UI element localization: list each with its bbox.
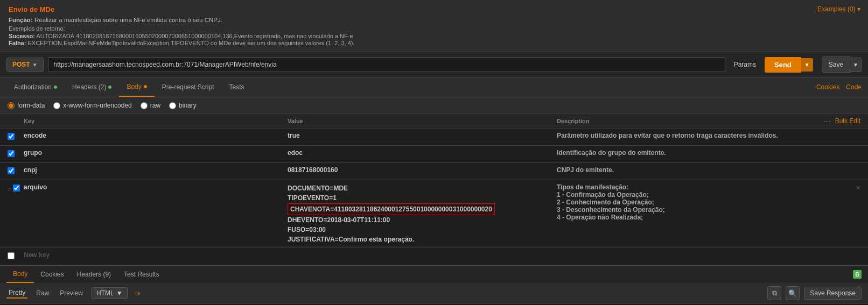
copy-icon[interactable]: ⧉ — [767, 286, 781, 300]
desc-grupo: Identificação do grupo do emitente. — [557, 149, 860, 157]
app-title: Envio de MDe — [9, 5, 859, 13]
key-grupo[interactable]: grupo — [24, 149, 288, 157]
authorization-dot — [54, 86, 57, 89]
cookies-link[interactable]: Cookies — [816, 83, 839, 91]
wrap-icon[interactable]: ⇒ — [134, 289, 141, 297]
func-line: Função: Realizar a manifestação sobre um… — [9, 17, 859, 23]
row-encode-check[interactable] — [8, 133, 15, 140]
arquivo-line-1: DOCUMENTO=MDE — [288, 183, 551, 193]
bulk-dots-icon: ··· — [823, 117, 832, 125]
method-chevron-icon: ▼ — [32, 62, 38, 68]
examples-button[interactable]: Examples (0) ▾ — [817, 5, 860, 13]
row-grupo-check[interactable] — [8, 150, 15, 157]
request-tab-bar: Authorization Headers (2) Body Pre-reque… — [0, 77, 868, 97]
table-row: grupo edoc Identificação do grupo do emi… — [0, 146, 868, 163]
arquivo-delete-icon[interactable]: × — [850, 183, 860, 192]
tab-headers[interactable]: Headers (2) — [65, 78, 119, 96]
response-tab-cookies[interactable]: Cookies — [34, 266, 70, 282]
arquivo-line-4: DHEVENTO=2018-03-07T11:11:00 — [288, 215, 551, 225]
save-group: Save ▼ — [822, 56, 862, 73]
format-chevron-icon: ▼ — [116, 289, 123, 297]
bulk-edit-btn[interactable]: ··· Bulk Edit — [823, 117, 860, 125]
val-encode[interactable]: true — [288, 132, 557, 139]
raw-option[interactable]: raw — [141, 102, 160, 109]
response-tab-body[interactable]: Body — [6, 266, 34, 283]
search-icon[interactable]: 🔍 — [786, 286, 800, 300]
val-grupo[interactable]: edoc — [288, 149, 557, 157]
headers-dot — [108, 86, 111, 89]
tab-right-links: Cookies Code — [816, 83, 862, 91]
response-tab-headers[interactable]: Headers (9) — [71, 266, 117, 282]
url-bar: POST ▼ Params Send ▼ Save ▼ — [0, 52, 868, 77]
col-key-header: Key — [24, 118, 288, 124]
fail-line: Falha: EXCEPTION,EspdManNFeMdeTipoInvali… — [9, 40, 859, 46]
response-tab-right: B — [853, 270, 862, 279]
tab-headers-label: Headers (2) — [72, 83, 106, 91]
desc-cnpj: CNPJ do emitente. — [557, 166, 860, 174]
col-desc-header: Description — [557, 118, 823, 124]
new-key-input[interactable]: New key — [24, 251, 288, 259]
new-key-row: New key — [0, 248, 868, 265]
arquivo-line-6: JUSTIFICATIVA=Confirmo esta operação. — [288, 235, 551, 244]
desc-encode: Parâmetro utilizado para evitar que o re… — [557, 132, 860, 139]
send-button[interactable]: Send — [765, 57, 801, 73]
tab-body-label: Body — [127, 83, 141, 90]
code-link[interactable]: Code — [846, 83, 862, 91]
format-select[interactable]: HTML ▼ — [92, 287, 128, 299]
arquivo-line-2: TIPOEVENTO=1 — [288, 193, 551, 203]
tab-body[interactable]: Body — [119, 77, 154, 97]
fmt-tab-preview[interactable]: Preview — [58, 288, 85, 298]
response-tab-bar: Body Cookies Headers (9) Test Results B — [0, 265, 868, 283]
save-response-button[interactable]: Save Response — [804, 287, 862, 300]
arquivo-line-3: CHAVENOTA=411803281186240001275500100000… — [288, 203, 495, 215]
key-encode[interactable]: encode — [24, 132, 288, 139]
format-right-actions: ⧉ 🔍 Save Response — [767, 286, 862, 300]
val-cnpj[interactable]: 08187168000160 — [288, 166, 557, 174]
table-row: cnpj 08187168000160 CNPJ do emitente. — [0, 163, 868, 180]
exemplos-label: Exemplos de retorno: — [9, 25, 859, 32]
tab-prerequest-label: Pre-request Script — [162, 83, 214, 91]
val-arquivo: DOCUMENTO=MDE TIPOEVENTO=1 CHAVENOTA=411… — [288, 183, 557, 244]
body-options: form-data x-www-form-urlencoded raw bina… — [0, 97, 868, 114]
binary-option[interactable]: binary — [169, 102, 197, 109]
send-dropdown-icon[interactable]: ▼ — [801, 58, 813, 72]
tab-tests-label: Tests — [229, 83, 244, 91]
key-arquivo[interactable]: arquivo — [24, 183, 288, 191]
fmt-tab-pretty[interactable]: Pretty — [6, 288, 27, 299]
urlencoded-option[interactable]: x-www-form-urlencoded — [53, 102, 131, 109]
table-row-arquivo: = arquivo DOCUMENTO=MDE TIPOEVENTO=1 CHA… — [0, 180, 868, 248]
form-data-option[interactable]: form-data — [8, 102, 45, 109]
response-tab-testresults[interactable]: Test Results — [117, 266, 165, 282]
key-cnpj[interactable]: cnpj — [24, 166, 288, 174]
tab-authorization-label: Authorization — [14, 83, 52, 91]
table-row: encode true Parâmetro utilizado para evi… — [0, 129, 868, 146]
row-cnpj-check[interactable] — [8, 167, 15, 174]
fmt-tab-raw[interactable]: Raw — [34, 288, 51, 298]
b-badge: B — [853, 270, 862, 279]
sucesso-line: Sucesso: AUTORIZADA,41180208187168000160… — [9, 33, 859, 39]
arquivo-line-5: FUSO=03:00 — [288, 225, 551, 235]
format-bar: Pretty Raw Preview HTML ▼ ⇒ ⧉ 🔍 Save Res… — [0, 283, 868, 304]
table-header: Key Value Description ··· Bulk Edit — [0, 114, 868, 129]
method-select[interactable]: POST ▼ — [6, 58, 44, 72]
url-input[interactable] — [48, 57, 725, 72]
body-dot — [144, 85, 147, 88]
desc-arquivo: Tipos de manifestação: 1 - Confirmação d… — [557, 183, 850, 221]
col-val-header: Value — [288, 118, 557, 124]
tab-tests[interactable]: Tests — [221, 78, 251, 96]
save-dropdown-icon[interactable]: ▼ — [850, 58, 862, 72]
params-button[interactable]: Params — [730, 58, 760, 71]
tab-prerequest[interactable]: Pre-request Script — [155, 78, 222, 96]
new-row-check[interactable] — [8, 252, 15, 259]
row-arquivo-check[interactable] — [13, 185, 20, 191]
save-button[interactable]: Save — [822, 56, 850, 73]
tab-authorization[interactable]: Authorization — [6, 78, 65, 96]
send-group: Send ▼ — [765, 57, 813, 73]
